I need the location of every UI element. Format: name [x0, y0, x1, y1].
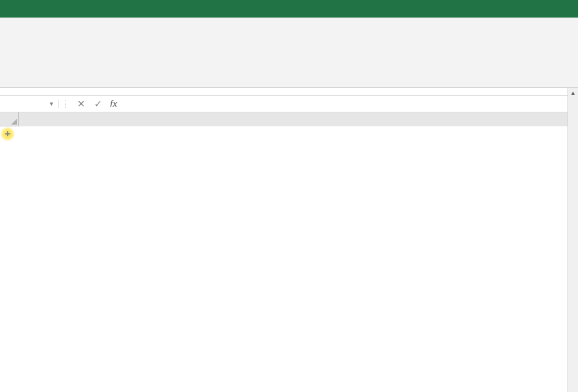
- formula-bar: ▼ ⋮ ✕ ✓ fx: [0, 96, 578, 112]
- formula-separator: ⋮: [59, 98, 73, 109]
- menubar: [0, 0, 578, 18]
- accept-formula-icon[interactable]: ✓: [90, 98, 106, 109]
- name-box[interactable]: ▼: [0, 99, 59, 108]
- ribbon: [0, 18, 578, 88]
- vertical-scrollbar[interactable]: ▲: [567, 88, 578, 392]
- spreadsheet: [0, 112, 578, 126]
- ribbon-separator: [0, 88, 578, 96]
- name-box-dropdown-icon[interactable]: ▼: [49, 101, 54, 107]
- cursor-highlight-icon: [0, 126, 15, 142]
- fx-icon[interactable]: fx: [106, 99, 121, 109]
- scroll-up-icon[interactable]: ▲: [568, 88, 578, 98]
- formula-input[interactable]: [121, 98, 578, 109]
- column-headers: [0, 112, 578, 126]
- select-all-corner[interactable]: [0, 112, 19, 126]
- cancel-formula-icon[interactable]: ✕: [73, 98, 90, 109]
